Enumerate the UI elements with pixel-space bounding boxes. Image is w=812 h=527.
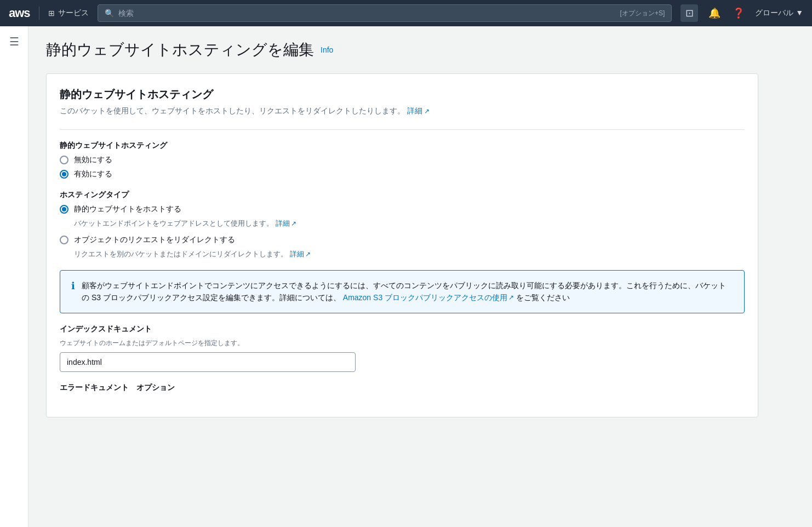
- host-static-option: 静的ウェブサイトをホストする バケットエンドポイントをウェブアドレスとして使用し…: [60, 204, 745, 228]
- index-doc-group: インデックスドキュメント ウェブサイトのホームまたはデフォルトページを指定します…: [60, 324, 745, 372]
- redirect-sublabel: リクエストを別のバケットまたはドメインにリダイレクトします。 詳細 ↗: [74, 249, 745, 259]
- host-static-radio-option[interactable]: 静的ウェブサイトをホストする: [60, 204, 745, 214]
- search-icon: 🔍: [105, 9, 114, 18]
- error-doc-group: エラードキュメント オプション: [60, 383, 745, 393]
- nav-icons: ⊡ 🔔 ❓ グローバル ▼: [681, 4, 803, 22]
- enable-radio-option[interactable]: 有効にする: [60, 169, 745, 179]
- host-static-radio[interactable]: [60, 205, 68, 214]
- services-label: サービス: [58, 8, 89, 18]
- disable-radio-option[interactable]: 無効にする: [60, 155, 745, 165]
- search-bar[interactable]: 🔍 [オプション+S]: [98, 4, 672, 22]
- info-box: ℹ 顧客がウェブサイトエンドポイントでコンテンツにアクセスできるようにするには、…: [60, 270, 745, 313]
- hosting-toggle-group: 静的ウェブサイトホスティング 無効にする 有効にする: [60, 141, 745, 179]
- main-content: 静的ウェブサイトホスティングを編集 Info 静的ウェブサイトホスティング この…: [28, 26, 812, 527]
- terminal-icon-button[interactable]: ⊡: [681, 4, 698, 22]
- card-section-desc: このバケットを使用して、ウェブサイトをホストしたり、リクエストをリダイレクトした…: [60, 106, 745, 116]
- index-doc-input[interactable]: [60, 352, 356, 372]
- disable-radio[interactable]: [60, 156, 68, 164]
- redirect-radio-label: オブジェクトのリクエストをリダイレクトする: [74, 235, 235, 245]
- hosting-type-label: ホスティングタイプ: [60, 190, 745, 200]
- info-box-text: 顧客がウェブサイトエンドポイントでコンテンツにアクセスできるようにするには、すべ…: [82, 279, 733, 304]
- bell-icon: 🔔: [708, 7, 720, 19]
- redirect-option: オブジェクトのリクエストをリダイレクトする リクエストを別のバケットまたはドメイ…: [60, 235, 745, 259]
- disable-radio-label: 無効にする: [74, 155, 112, 165]
- notification-icon-button[interactable]: 🔔: [707, 5, 722, 21]
- global-label: グローバル ▼: [755, 8, 803, 18]
- enable-radio-label: 有効にする: [74, 169, 112, 179]
- page-header: 静的ウェブサイトホスティングを編集 Info: [46, 39, 794, 60]
- host-static-radio-label: 静的ウェブサイトをホストする: [74, 204, 181, 214]
- redirect-link[interactable]: 詳細 ↗: [290, 249, 311, 259]
- redirect-ext-icon: ↗: [305, 250, 311, 258]
- settings-card: 静的ウェブサイトホスティング このバケットを使用して、ウェブサイトをホストしたり…: [46, 73, 758, 417]
- page-title: 静的ウェブサイトホスティングを編集: [46, 39, 314, 60]
- card-section-title: 静的ウェブサイトホスティング: [60, 87, 745, 102]
- index-doc-sublabel: ウェブサイトのホームまたはデフォルトページを指定します。: [60, 339, 745, 348]
- terminal-icon: ⊡: [685, 7, 694, 19]
- section-desc-link[interactable]: 詳細 ↗: [407, 106, 430, 116]
- aws-logo[interactable]: aws: [9, 6, 30, 20]
- redirect-radio-option[interactable]: オブジェクトのリクエストをリダイレクトする: [60, 235, 745, 245]
- host-static-ext-icon: ↗: [291, 220, 296, 227]
- redirect-radio[interactable]: [60, 236, 68, 244]
- info-box-link[interactable]: Amazon S3 ブロックパブリックアクセスの使用 ↗: [343, 291, 514, 303]
- nav-services-button[interactable]: ⊞ サービス: [48, 8, 89, 18]
- sidebar: ☰: [0, 26, 28, 527]
- grid-icon: ⊞: [48, 9, 55, 18]
- host-static-link[interactable]: 詳細 ↗: [276, 219, 296, 228]
- host-static-sublabel: バケットエンドポイントをウェブアドレスとして使用します。 詳細 ↗: [74, 219, 745, 228]
- error-doc-label: エラードキュメント オプション: [60, 383, 745, 393]
- search-shortcut: [オプション+S]: [620, 9, 665, 18]
- hosting-type-group: ホスティングタイプ 静的ウェブサイトをホストする バケットエンドポイントをウェブ…: [60, 190, 745, 259]
- help-icon: ❓: [733, 7, 745, 19]
- hosting-toggle-label: 静的ウェブサイトホスティング: [60, 141, 745, 151]
- help-icon-button[interactable]: ❓: [731, 5, 746, 21]
- sidebar-menu-icon[interactable]: ☰: [9, 35, 19, 48]
- enable-radio[interactable]: [60, 170, 68, 179]
- top-nav: aws ⊞ サービス 🔍 [オプション+S] ⊡ 🔔 ❓ グローバル ▼: [0, 0, 812, 26]
- index-doc-label: インデックスドキュメント: [60, 324, 745, 334]
- info-box-ext-icon: ↗: [508, 293, 514, 303]
- nav-divider: [39, 7, 39, 20]
- info-circle-icon: ℹ: [71, 280, 75, 304]
- search-input[interactable]: [118, 9, 616, 18]
- info-link[interactable]: Info: [321, 45, 333, 54]
- external-link-icon: ↗: [424, 107, 430, 115]
- divider-1: [60, 129, 745, 130]
- global-selector[interactable]: グローバル ▼: [755, 8, 803, 18]
